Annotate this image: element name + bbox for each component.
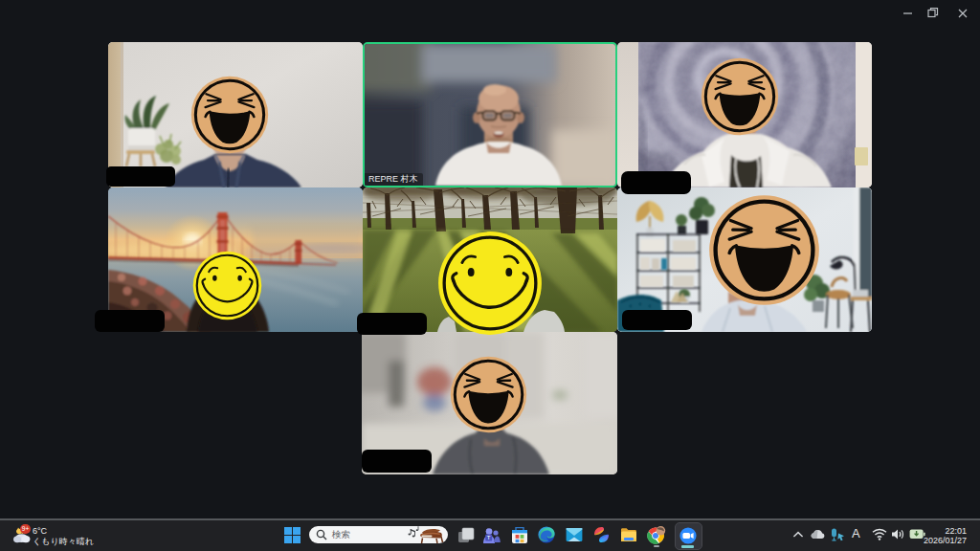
svg-text:T: T — [487, 535, 491, 540]
